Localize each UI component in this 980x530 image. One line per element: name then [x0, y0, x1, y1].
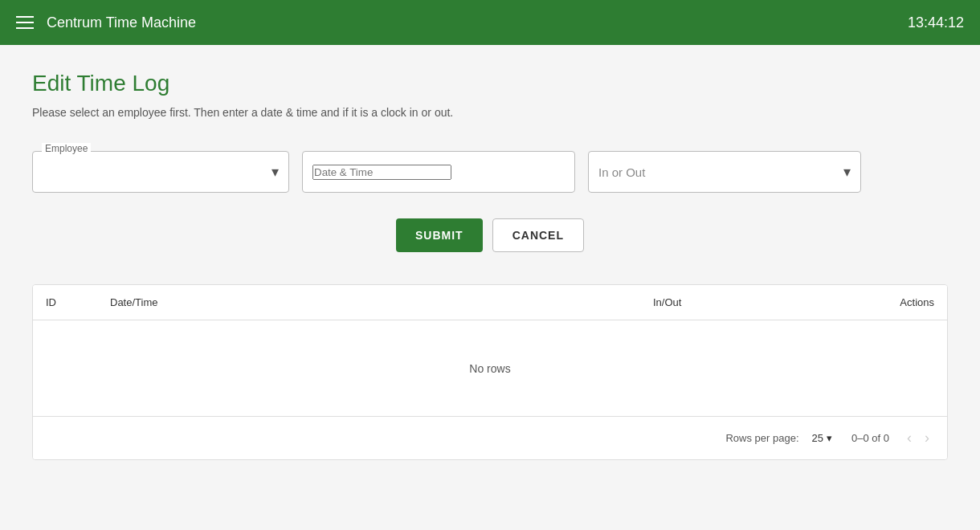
menu-icon[interactable]: [16, 16, 34, 29]
datetime-input-wrapper[interactable]: [302, 151, 575, 193]
cancel-button[interactable]: CANCEL: [492, 218, 584, 252]
clock-display: 13:44:12: [908, 14, 964, 31]
inout-select-wrapper[interactable]: In or Out ▾: [588, 151, 861, 193]
column-actions: Actions: [814, 296, 934, 308]
employee-select-wrapper[interactable]: ▾: [32, 151, 289, 193]
pagination-buttons: ‹ ›: [902, 426, 934, 450]
employee-label: Employee: [42, 143, 91, 154]
pagination-info: 0–0 of 0: [851, 432, 889, 444]
column-id: ID: [46, 296, 110, 308]
rows-per-page-label: Rows per page:: [725, 432, 798, 444]
prev-page-button[interactable]: ‹: [902, 426, 917, 450]
app-header: Centrum Time Machine 13:44:12: [0, 0, 980, 45]
table-header: ID Date/Time In/Out Actions: [33, 285, 947, 320]
table-body: No rows: [33, 320, 947, 417]
employee-select[interactable]: [43, 165, 272, 179]
app-title: Centrum Time Machine: [47, 14, 196, 31]
column-datetime: Date/Time: [110, 296, 653, 308]
table-footer: Rows per page: 25 ▾ 0–0 of 0 ‹ ›: [33, 417, 947, 459]
datetime-input[interactable]: [312, 165, 451, 180]
submit-button[interactable]: SUBMIT: [396, 218, 483, 252]
inout-field: In or Out ▾: [588, 151, 861, 193]
empty-message: No rows: [469, 362, 510, 375]
page-title: Edit Time Log: [32, 71, 948, 96]
employee-field: Employee ▾: [32, 151, 289, 193]
main-content: Edit Time Log Please select an employee …: [0, 45, 980, 486]
rows-per-page-value: 25: [812, 432, 823, 444]
inout-placeholder: In or Out: [598, 165, 843, 179]
page-subtitle: Please select an employee first. Then en…: [32, 106, 948, 119]
next-page-button[interactable]: ›: [920, 426, 934, 450]
form-row: Employee ▾ In or Out ▾: [32, 151, 948, 193]
header-left: Centrum Time Machine: [16, 14, 196, 31]
column-inout: In/Out: [653, 296, 814, 308]
chevron-down-icon: ▾: [843, 163, 851, 181]
time-log-table: ID Date/Time In/Out Actions No rows Rows…: [32, 284, 948, 460]
chevron-down-icon: ▾: [272, 163, 279, 181]
datetime-field: [302, 151, 575, 193]
rows-per-page-select[interactable]: 25 ▾: [812, 432, 832, 444]
chevron-down-icon: ▾: [827, 432, 832, 444]
button-row: SUBMIT CANCEL: [32, 218, 948, 252]
